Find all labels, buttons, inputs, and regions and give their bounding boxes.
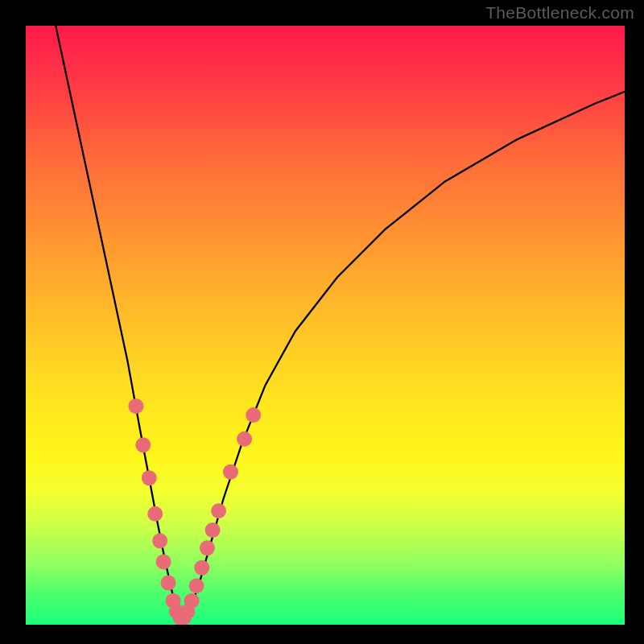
data-marker [142,470,157,485]
data-marker [152,533,167,548]
data-marker [147,506,163,522]
chart-overlay [26,26,625,625]
data-marker [237,431,252,447]
chart-frame: TheBottleneck.com [0,0,644,644]
markers-group [128,398,261,625]
data-marker [135,437,151,452]
data-marker [128,398,143,414]
data-marker [161,575,176,590]
curve-path [56,26,625,617]
data-marker [223,464,238,480]
data-marker [246,407,261,423]
data-marker [184,593,200,609]
data-marker [205,522,221,538]
data-marker [189,578,204,593]
data-marker [200,540,215,555]
data-marker [211,503,226,518]
watermark-text: TheBottleneck.com [485,3,634,23]
data-marker [156,554,171,569]
data-marker [194,560,209,576]
